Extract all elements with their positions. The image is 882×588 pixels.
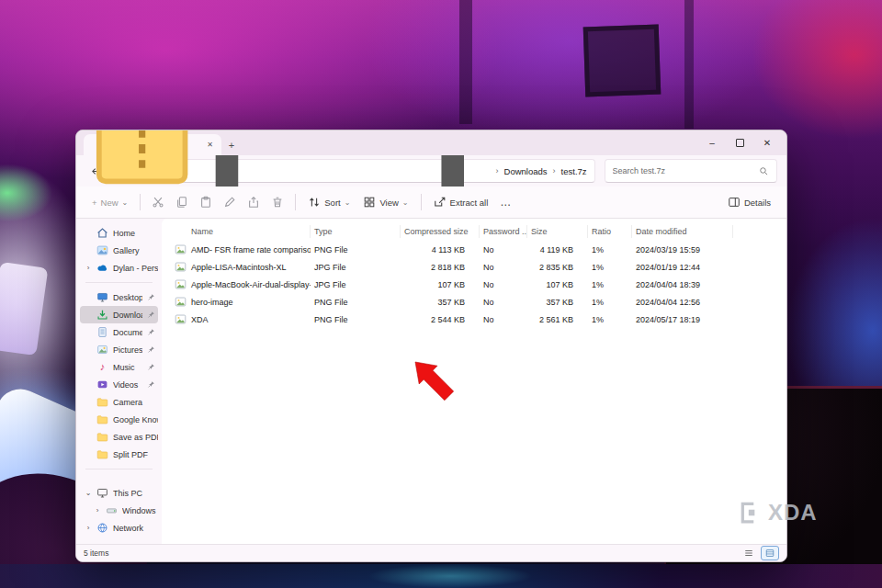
tab-close-icon[interactable]: ✕ bbox=[204, 140, 216, 150]
minimize-button[interactable]: – bbox=[698, 130, 726, 155]
file-compressed-size: 357 KB bbox=[401, 298, 480, 307]
sidebar-item-camera[interactable]: Camera bbox=[80, 393, 158, 411]
list-view-toggle[interactable] bbox=[740, 546, 758, 560]
sidebar-item-downloads[interactable]: Downloads bbox=[80, 306, 158, 323]
file-row[interactable]: AMD- FSR frame rate comparison PNG File … bbox=[173, 241, 786, 258]
file-name: AMD- FSR frame rate comparison bbox=[191, 245, 311, 254]
sidebar-item-videos[interactable]: Videos bbox=[80, 376, 158, 393]
gallery-icon bbox=[96, 244, 108, 256]
file-type: PNG File bbox=[311, 315, 401, 324]
sidebar-gap bbox=[76, 475, 162, 484]
sidebar-divider bbox=[85, 282, 153, 283]
file-ratio: 1% bbox=[588, 263, 632, 272]
view-button[interactable]: View ⌄ bbox=[356, 190, 414, 214]
chevron-down-icon: ⌄ bbox=[122, 198, 129, 207]
file-date-modified: 2024/03/19 15:59 bbox=[632, 245, 733, 254]
breadcrumb-downloads[interactable]: Downloads bbox=[504, 166, 548, 176]
folder-icon bbox=[96, 448, 108, 460]
file-compressed-size: 4 113 KB bbox=[401, 245, 480, 254]
pin-icon bbox=[147, 380, 155, 389]
sidebar-item-label: Pictures bbox=[113, 345, 142, 355]
column-header-size[interactable]: Size bbox=[527, 225, 588, 238]
more-options-button[interactable]: … bbox=[494, 190, 517, 214]
sidebar-item-save-as-pdf[interactable]: Save as PDF in bbox=[80, 428, 158, 446]
file-compressed-size: 2 544 KB bbox=[401, 315, 480, 324]
new-label: New bbox=[101, 198, 119, 208]
paste-icon bbox=[199, 196, 212, 209]
file-type: JPG File bbox=[311, 280, 401, 289]
sidebar-item-documents[interactable]: Documents bbox=[80, 323, 158, 341]
chevron-right-icon[interactable]: › bbox=[85, 264, 92, 272]
tab-test7z[interactable]: test.7z ✕ bbox=[84, 134, 221, 155]
sidebar-item-windows-c[interactable]: › Windows (C: bbox=[80, 502, 158, 519]
chevron-right-icon[interactable]: › bbox=[85, 524, 92, 532]
sidebar-item-label: Dylan - Person bbox=[113, 264, 158, 273]
column-header-ratio[interactable]: Ratio bbox=[588, 225, 632, 238]
sidebar-item-this-pc[interactable]: ⌄ This PC bbox=[80, 484, 158, 502]
file-name: Apple-MacBook-Air-dual-display-... bbox=[191, 280, 311, 289]
file-name: XDA bbox=[191, 315, 209, 324]
sidebar-item-network[interactable]: › Network bbox=[80, 519, 158, 537]
pin-icon bbox=[147, 345, 155, 354]
item-count: 5 items bbox=[84, 548, 108, 558]
maximize-button[interactable] bbox=[726, 130, 753, 155]
column-header-compressed-size[interactable]: Compressed size bbox=[401, 225, 480, 238]
file-size: 2 561 KB bbox=[527, 315, 588, 324]
sidebar-item-music[interactable]: ♪ Music bbox=[80, 358, 158, 376]
image-file-icon bbox=[175, 261, 187, 273]
file-type: PNG File bbox=[311, 298, 401, 307]
file-date-modified: 2024/04/04 18:39 bbox=[632, 280, 733, 289]
extract-all-button[interactable]: Extract all bbox=[427, 190, 495, 214]
breadcrumb-test7z[interactable]: test.7z bbox=[561, 166, 587, 176]
details-button[interactable]: Details bbox=[721, 190, 777, 214]
chevron-down-icon[interactable]: ⌄ bbox=[85, 489, 92, 497]
column-header-date-modified[interactable]: Date modified bbox=[632, 225, 733, 238]
chevron-right-icon[interactable]: › bbox=[94, 506, 101, 514]
share-button[interactable] bbox=[242, 190, 266, 214]
file-row[interactable]: XDA PNG File 2 544 KB No 2 561 KB 1% 202… bbox=[173, 311, 786, 328]
view-icon bbox=[363, 196, 376, 209]
chevron-right-icon: › bbox=[496, 166, 499, 175]
navigation-pane: Home Gallery › Dylan - Person Desktop Do… bbox=[76, 219, 162, 544]
music-icon: ♪ bbox=[96, 362, 108, 372]
search-input[interactable]: Search test.7z bbox=[605, 159, 777, 183]
delete-button[interactable] bbox=[266, 190, 289, 214]
close-button[interactable]: ✕ bbox=[753, 130, 781, 155]
tab-bar: test.7z ✕ + – ✕ bbox=[76, 130, 786, 155]
sidebar-divider bbox=[85, 469, 153, 469]
file-compressed-size: 2 818 KB bbox=[401, 263, 480, 272]
rename-button[interactable] bbox=[218, 190, 242, 214]
paste-button[interactable] bbox=[194, 190, 218, 214]
file-row[interactable]: Apple-LISA-Macintosh-XL JPG File 2 818 K… bbox=[173, 258, 786, 276]
status-bar: 5 items bbox=[76, 544, 786, 561]
sidebar-item-split-pdf[interactable]: Split PDF bbox=[80, 446, 158, 463]
sidebar-item-gallery[interactable]: Gallery bbox=[80, 242, 158, 259]
sort-button[interactable]: Sort ⌄ bbox=[301, 190, 356, 214]
sidebar-item-pictures[interactable]: Pictures bbox=[80, 341, 158, 358]
file-ratio: 1% bbox=[588, 245, 632, 254]
extract-icon bbox=[434, 196, 447, 209]
sidebar-item-home[interactable]: Home bbox=[80, 224, 158, 242]
file-row[interactable]: Apple-MacBook-Air-dual-display-... JPG F… bbox=[173, 276, 786, 293]
new-tab-button[interactable]: + bbox=[221, 135, 242, 155]
address-bar[interactable]: › Downloads › test.7z bbox=[181, 159, 595, 183]
sidebar-item-onedrive[interactable]: › Dylan - Person bbox=[80, 259, 158, 277]
sort-label: Sort bbox=[324, 198, 340, 208]
file-password: No bbox=[480, 263, 527, 272]
view-toggles bbox=[740, 546, 779, 560]
column-header-type[interactable]: Type bbox=[311, 225, 401, 238]
details-view-toggle[interactable] bbox=[761, 546, 779, 560]
caption-buttons: – ✕ bbox=[698, 130, 781, 155]
file-password: No bbox=[480, 280, 527, 289]
documents-icon bbox=[96, 326, 108, 338]
file-row[interactable]: hero-image PNG File 357 KB No 357 KB 1% … bbox=[173, 293, 786, 311]
sidebar-item-label: Music bbox=[113, 363, 142, 372]
column-header-password[interactable]: Password ... bbox=[480, 225, 527, 238]
column-header-name[interactable]: Name bbox=[173, 225, 311, 238]
sidebar-item-label: This PC bbox=[113, 489, 158, 498]
sidebar-item-desktop[interactable]: Desktop bbox=[80, 288, 158, 306]
sidebar-item-label: Network bbox=[113, 524, 158, 533]
file-name: Apple-LISA-Macintosh-XL bbox=[191, 263, 287, 272]
sidebar-item-google-knowledge[interactable]: Google Knowl bbox=[80, 411, 158, 428]
pin-icon bbox=[147, 328, 155, 336]
